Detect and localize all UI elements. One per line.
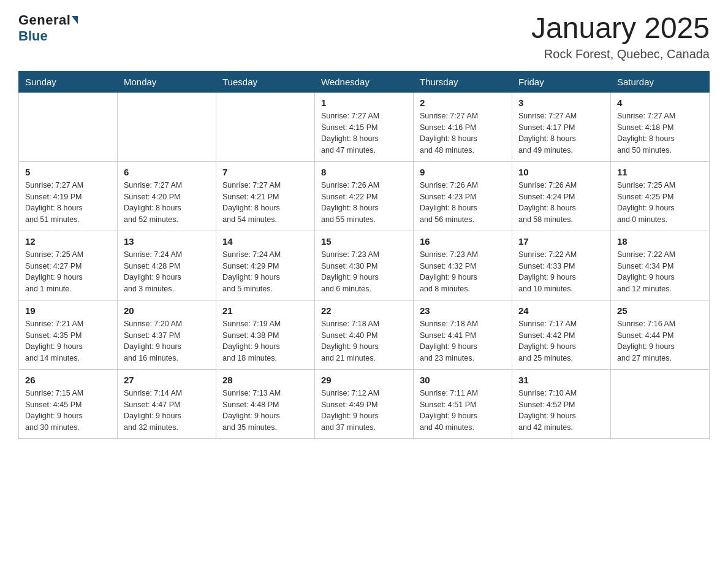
calendar-week-row: 19Sunrise: 7:21 AM Sunset: 4:35 PM Dayli… [19, 300, 710, 369]
day-info: Sunrise: 7:19 AM Sunset: 4:38 PM Dayligh… [222, 318, 308, 364]
calendar-cell: 18Sunrise: 7:22 AM Sunset: 4:34 PM Dayli… [611, 231, 710, 300]
calendar-cell: 10Sunrise: 7:26 AM Sunset: 4:24 PM Dayli… [512, 161, 611, 231]
day-number: 31 [518, 375, 604, 385]
day-info: Sunrise: 7:21 AM Sunset: 4:35 PM Dayligh… [25, 318, 111, 364]
day-number: 30 [420, 375, 506, 385]
column-header-sunday: Sunday [19, 71, 118, 92]
calendar-title: January 2025 [531, 12, 710, 45]
day-number: 9 [420, 167, 506, 177]
calendar-cell: 8Sunrise: 7:26 AM Sunset: 4:22 PM Daylig… [315, 161, 414, 231]
day-info: Sunrise: 7:18 AM Sunset: 4:40 PM Dayligh… [321, 318, 407, 364]
day-info: Sunrise: 7:18 AM Sunset: 4:41 PM Dayligh… [420, 318, 506, 364]
day-info: Sunrise: 7:14 AM Sunset: 4:47 PM Dayligh… [124, 388, 210, 434]
calendar-cell: 21Sunrise: 7:19 AM Sunset: 4:38 PM Dayli… [216, 300, 315, 369]
day-number: 16 [420, 236, 506, 247]
calendar-cell: 23Sunrise: 7:18 AM Sunset: 4:41 PM Dayli… [414, 300, 512, 369]
day-info: Sunrise: 7:22 AM Sunset: 4:33 PM Dayligh… [518, 249, 604, 295]
logo-general: General [18, 12, 78, 28]
day-info: Sunrise: 7:10 AM Sunset: 4:52 PM Dayligh… [518, 388, 604, 434]
day-info: Sunrise: 7:12 AM Sunset: 4:49 PM Dayligh… [321, 388, 407, 434]
column-header-wednesday: Wednesday [315, 71, 414, 92]
calendar-cell: 4Sunrise: 7:27 AM Sunset: 4:18 PM Daylig… [611, 92, 710, 161]
day-number: 22 [321, 305, 407, 316]
day-info: Sunrise: 7:20 AM Sunset: 4:37 PM Dayligh… [124, 318, 210, 364]
day-info: Sunrise: 7:22 AM Sunset: 4:34 PM Dayligh… [617, 249, 703, 295]
day-number: 8 [321, 167, 407, 177]
calendar-cell: 22Sunrise: 7:18 AM Sunset: 4:40 PM Dayli… [315, 300, 414, 369]
day-number: 26 [25, 375, 111, 385]
day-info: Sunrise: 7:11 AM Sunset: 4:51 PM Dayligh… [420, 388, 506, 434]
calendar-cell: 20Sunrise: 7:20 AM Sunset: 4:37 PM Dayli… [118, 300, 216, 369]
calendar-cell: 26Sunrise: 7:15 AM Sunset: 4:45 PM Dayli… [19, 369, 118, 439]
calendar-cell: 28Sunrise: 7:13 AM Sunset: 4:48 PM Dayli… [216, 369, 315, 439]
day-info: Sunrise: 7:23 AM Sunset: 4:30 PM Dayligh… [321, 249, 407, 295]
day-info: Sunrise: 7:15 AM Sunset: 4:45 PM Dayligh… [25, 388, 111, 434]
calendar-cell: 5Sunrise: 7:27 AM Sunset: 4:19 PM Daylig… [19, 161, 118, 231]
column-header-tuesday: Tuesday [216, 71, 315, 92]
day-number: 25 [617, 305, 703, 316]
day-info: Sunrise: 7:23 AM Sunset: 4:32 PM Dayligh… [420, 249, 506, 295]
day-info: Sunrise: 7:24 AM Sunset: 4:29 PM Dayligh… [222, 249, 308, 295]
day-info: Sunrise: 7:13 AM Sunset: 4:48 PM Dayligh… [222, 388, 308, 434]
calendar-cell: 31Sunrise: 7:10 AM Sunset: 4:52 PM Dayli… [512, 369, 611, 439]
day-info: Sunrise: 7:27 AM Sunset: 4:19 PM Dayligh… [25, 180, 111, 226]
day-number: 28 [222, 375, 308, 385]
day-number: 15 [321, 236, 407, 247]
calendar-week-row: 26Sunrise: 7:15 AM Sunset: 4:45 PM Dayli… [19, 369, 710, 439]
title-area: January 2025 Rock Forest, Quebec, Canada [531, 12, 710, 61]
day-info: Sunrise: 7:27 AM Sunset: 4:21 PM Dayligh… [222, 180, 308, 226]
calendar-cell: 11Sunrise: 7:25 AM Sunset: 4:25 PM Dayli… [611, 161, 710, 231]
calendar-cell: 29Sunrise: 7:12 AM Sunset: 4:49 PM Dayli… [315, 369, 414, 439]
day-info: Sunrise: 7:25 AM Sunset: 4:25 PM Dayligh… [617, 180, 703, 226]
day-number: 14 [222, 236, 308, 247]
day-number: 12 [25, 236, 111, 247]
day-number: 5 [25, 167, 111, 177]
day-number: 6 [124, 167, 210, 177]
column-header-thursday: Thursday [414, 71, 512, 92]
day-number: 27 [124, 375, 210, 385]
column-header-monday: Monday [118, 71, 216, 92]
day-number: 7 [222, 167, 308, 177]
calendar-cell: 1Sunrise: 7:27 AM Sunset: 4:15 PM Daylig… [315, 92, 414, 161]
day-number: 29 [321, 375, 407, 385]
day-info: Sunrise: 7:27 AM Sunset: 4:20 PM Dayligh… [124, 180, 210, 226]
logo: General Blue [18, 12, 78, 44]
day-number: 21 [222, 305, 308, 316]
calendar-cell: 14Sunrise: 7:24 AM Sunset: 4:29 PM Dayli… [216, 231, 315, 300]
day-number: 4 [617, 98, 703, 108]
calendar-cell: 7Sunrise: 7:27 AM Sunset: 4:21 PM Daylig… [216, 161, 315, 231]
calendar-week-row: 1Sunrise: 7:27 AM Sunset: 4:15 PM Daylig… [19, 92, 710, 161]
calendar-cell: 15Sunrise: 7:23 AM Sunset: 4:30 PM Dayli… [315, 231, 414, 300]
day-info: Sunrise: 7:17 AM Sunset: 4:42 PM Dayligh… [518, 318, 604, 364]
day-number: 3 [518, 98, 604, 108]
calendar-cell: 13Sunrise: 7:24 AM Sunset: 4:28 PM Dayli… [118, 231, 216, 300]
column-header-saturday: Saturday [611, 71, 710, 92]
day-number: 1 [321, 98, 407, 108]
day-number: 18 [617, 236, 703, 247]
logo-blue: Blue [18, 28, 48, 44]
day-number: 20 [124, 305, 210, 316]
day-info: Sunrise: 7:24 AM Sunset: 4:28 PM Dayligh… [124, 249, 210, 295]
calendar-cell [19, 92, 118, 161]
day-number: 13 [124, 236, 210, 247]
day-info: Sunrise: 7:26 AM Sunset: 4:24 PM Dayligh… [518, 180, 604, 226]
page-header: General Blue January 2025 Rock Forest, Q… [18, 12, 710, 61]
day-number: 10 [518, 167, 604, 177]
calendar-cell: 25Sunrise: 7:16 AM Sunset: 4:44 PM Dayli… [611, 300, 710, 369]
calendar-cell [118, 92, 216, 161]
day-number: 24 [518, 305, 604, 316]
day-info: Sunrise: 7:16 AM Sunset: 4:44 PM Dayligh… [617, 318, 703, 364]
day-number: 19 [25, 305, 111, 316]
day-number: 2 [420, 98, 506, 108]
day-info: Sunrise: 7:25 AM Sunset: 4:27 PM Dayligh… [25, 249, 111, 295]
calendar-week-row: 12Sunrise: 7:25 AM Sunset: 4:27 PM Dayli… [19, 231, 710, 300]
calendar-header-row: SundayMondayTuesdayWednesdayThursdayFrid… [19, 71, 710, 92]
calendar-cell: 19Sunrise: 7:21 AM Sunset: 4:35 PM Dayli… [19, 300, 118, 369]
column-header-friday: Friday [512, 71, 611, 92]
calendar-cell: 6Sunrise: 7:27 AM Sunset: 4:20 PM Daylig… [118, 161, 216, 231]
calendar-cell [216, 92, 315, 161]
calendar-cell: 9Sunrise: 7:26 AM Sunset: 4:23 PM Daylig… [414, 161, 512, 231]
calendar-cell: 17Sunrise: 7:22 AM Sunset: 4:33 PM Dayli… [512, 231, 611, 300]
calendar-cell: 2Sunrise: 7:27 AM Sunset: 4:16 PM Daylig… [414, 92, 512, 161]
calendar-cell [611, 369, 710, 439]
